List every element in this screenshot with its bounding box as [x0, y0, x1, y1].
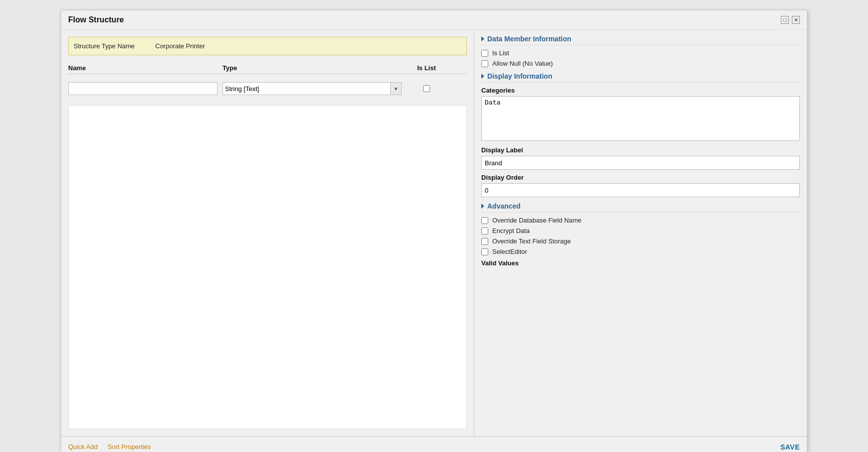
display-triangle[interactable]	[481, 74, 484, 79]
content-area: Structure Type Name Name Type Is List St…	[61, 30, 807, 436]
is-list-checkbox[interactable]	[481, 50, 488, 57]
encrypt-row: Encrypt Data	[481, 227, 800, 234]
select-editor-row: SelectEditor	[481, 248, 800, 255]
col-type-header: Type	[222, 64, 407, 72]
allow-null-label: Allow Null (No Value)	[492, 60, 553, 67]
quick-add-link[interactable]: Quick Add	[68, 443, 98, 451]
structure-type-input[interactable]	[153, 41, 461, 51]
type-select[interactable]: String [Text]	[222, 82, 391, 95]
structure-type-row: Structure Type Name	[68, 37, 467, 55]
bottom-bar: Quick Add Sort Properties SAVE	[61, 436, 807, 452]
save-button[interactable]: SAVE	[780, 443, 800, 451]
display-section-title: Display Information	[487, 72, 552, 80]
override-db-row: Override Database Field Name	[481, 217, 800, 224]
categories-label: Categories	[481, 87, 800, 94]
islist-cell	[407, 85, 446, 92]
is-list-row: Is List	[481, 49, 800, 57]
override-db-label: Override Database Field Name	[492, 217, 581, 224]
encrypt-checkbox[interactable]	[481, 227, 488, 234]
data-member-section-title: Data Member Information	[487, 35, 571, 43]
sort-properties-link[interactable]: Sort Properties	[108, 443, 151, 451]
main-window: Flow Structure □ ✕ Structure Type Name N…	[61, 10, 807, 452]
advanced-section-title: Advanced	[487, 202, 521, 210]
override-text-checkbox[interactable]	[481, 238, 488, 245]
override-text-row: Override Text Field Storage	[481, 237, 800, 245]
col-islist-header: Is List	[407, 64, 446, 72]
data-member-section-header: Data Member Information	[481, 35, 800, 45]
table-row: String [Text] ▼	[68, 80, 467, 97]
right-panel: Data Member Information Is List Allow Nu…	[474, 30, 807, 436]
col-name-header: Name	[68, 64, 222, 72]
left-panel: Structure Type Name Name Type Is List St…	[61, 30, 474, 436]
empty-table-area	[68, 105, 467, 429]
allow-null-row: Allow Null (No Value)	[481, 60, 800, 67]
display-order-input[interactable]	[481, 183, 800, 197]
structure-type-label: Structure Type Name	[74, 42, 153, 50]
advanced-triangle[interactable]	[481, 204, 484, 209]
valid-values-label: Valid Values	[481, 259, 800, 267]
display-order-label: Display Order	[481, 174, 800, 181]
window-controls: □ ✕	[781, 16, 800, 24]
allow-null-checkbox[interactable]	[481, 60, 488, 67]
data-member-triangle[interactable]	[481, 36, 484, 41]
override-text-label: Override Text Field Storage	[492, 237, 571, 245]
select-editor-label: SelectEditor	[492, 248, 527, 255]
display-section-header: Display Information	[481, 72, 800, 83]
islist-checkbox[interactable]	[423, 85, 430, 92]
close-button[interactable]: ✕	[792, 16, 800, 24]
minimize-button[interactable]: □	[781, 16, 789, 24]
window-title: Flow Structure	[68, 15, 124, 24]
title-bar: Flow Structure □ ✕	[61, 10, 807, 30]
is-list-label: Is List	[492, 49, 509, 57]
type-select-wrap: String [Text] ▼	[222, 82, 402, 95]
advanced-section-header: Advanced	[481, 202, 800, 213]
categories-textarea[interactable]: Data	[481, 96, 800, 141]
type-select-arrow[interactable]: ▼	[391, 82, 402, 95]
override-db-checkbox[interactable]	[481, 217, 488, 224]
bottom-links: Quick Add Sort Properties	[68, 443, 151, 451]
name-input[interactable]	[68, 82, 217, 95]
table-header: Name Type Is List	[68, 61, 467, 74]
select-editor-checkbox[interactable]	[481, 248, 488, 255]
display-label-input[interactable]	[481, 156, 800, 170]
display-label-label: Display Label	[481, 146, 800, 154]
encrypt-label: Encrypt Data	[492, 227, 530, 234]
